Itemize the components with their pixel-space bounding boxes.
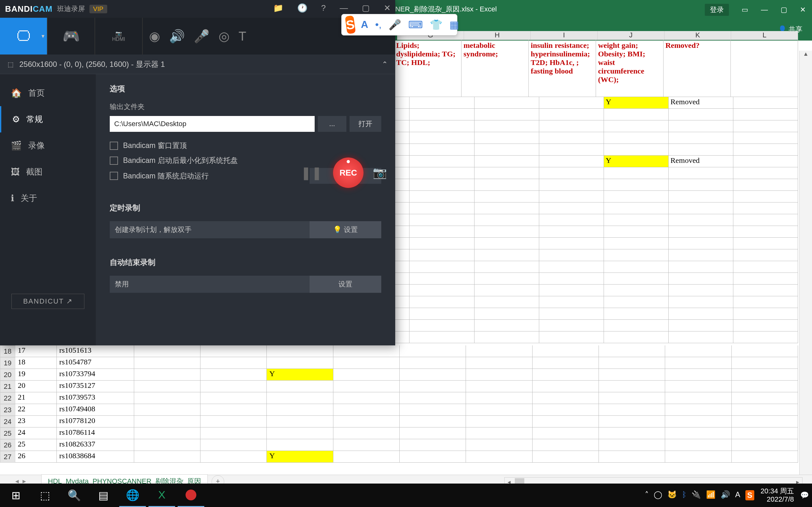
cell[interactable] — [134, 439, 200, 451]
cell[interactable] — [665, 404, 731, 416]
checkbox-run-startup[interactable]: Bandicam 随系统启动运行 — [110, 169, 209, 183]
cell[interactable] — [334, 416, 400, 428]
cell[interactable] — [604, 167, 669, 179]
cell[interactable]: rs10786114 — [57, 428, 134, 439]
row-number[interactable]: 27 — [0, 451, 15, 463]
autoend-settings-button[interactable]: 设置 — [310, 276, 381, 293]
cell[interactable] — [474, 296, 539, 308]
cell[interactable] — [400, 416, 466, 428]
cell[interactable] — [665, 451, 731, 463]
cell[interactable] — [599, 428, 665, 439]
cell[interactable] — [334, 381, 400, 392]
cell[interactable] — [665, 369, 731, 381]
cell[interactable] — [669, 120, 733, 132]
cell[interactable] — [733, 97, 798, 109]
cell[interactable] — [604, 331, 669, 343]
close-icon[interactable]: ✕ — [800, 6, 806, 14]
cell[interactable] — [604, 249, 669, 261]
cell[interactable] — [539, 167, 604, 179]
row-number[interactable]: 19 — [0, 357, 15, 369]
bandicam-titlebar[interactable]: BANDICAM 班迪录屏 VIP 📁 🕐 ? — ▢ ✕ — [0, 0, 395, 18]
cell[interactable] — [599, 404, 665, 416]
cell[interactable]: Y — [267, 369, 333, 381]
sogou-ime-bar[interactable]: S A •, 🎤 ⌨ 👕 ▦ — [341, 14, 457, 36]
cell[interactable] — [409, 214, 474, 226]
cell[interactable] — [733, 226, 798, 238]
tray-wifi-icon[interactable]: 📶 — [706, 490, 716, 500]
cell[interactable] — [200, 369, 267, 381]
folder-icon[interactable]: 📁 — [273, 3, 283, 13]
cell[interactable] — [669, 249, 733, 261]
cell[interactable] — [409, 120, 474, 132]
sidebar-item-about[interactable]: ℹ关于 — [0, 185, 96, 211]
cell[interactable] — [539, 296, 604, 308]
help-icon[interactable]: ? — [321, 3, 326, 13]
cell[interactable] — [539, 156, 604, 167]
header-i[interactable]: insulin resistance; hyperinsulinemia; T2… — [529, 40, 596, 97]
taskbar-clock[interactable]: 20:34 周五 2022/7/8 — [761, 487, 794, 504]
cell[interactable] — [267, 428, 333, 439]
cell[interactable] — [539, 308, 604, 320]
cell[interactable] — [732, 345, 798, 357]
cell[interactable] — [732, 404, 798, 416]
cell[interactable] — [474, 179, 539, 191]
cell[interactable] — [395, 191, 409, 203]
cell[interactable] — [466, 357, 532, 369]
maximize-icon[interactable]: ▢ — [362, 3, 370, 13]
cell[interactable] — [669, 285, 733, 296]
cell[interactable] — [474, 238, 539, 249]
cell[interactable] — [466, 439, 532, 451]
cell[interactable] — [539, 203, 604, 214]
cell[interactable]: 18 — [15, 357, 57, 369]
cell[interactable] — [669, 320, 733, 331]
chrome-button[interactable]: 🌐 — [119, 484, 146, 507]
taskbar-app-1[interactable]: ⬚ — [32, 484, 58, 507]
cell[interactable]: rs10735127 — [57, 381, 134, 392]
cell[interactable] — [733, 238, 798, 249]
cell[interactable] — [599, 357, 665, 369]
row-number[interactable]: 23 — [0, 404, 15, 416]
cell[interactable]: rs10739573 — [57, 392, 134, 404]
cell[interactable] — [599, 439, 665, 451]
col-h[interactable]: H — [464, 31, 531, 40]
tray-ime-a-icon[interactable]: A — [735, 490, 740, 500]
cell[interactable] — [539, 120, 604, 132]
open-folder-button[interactable]: 打开 — [350, 116, 381, 132]
cell[interactable] — [539, 238, 604, 249]
cell[interactable] — [200, 404, 267, 416]
cell[interactable] — [395, 308, 409, 320]
cell[interactable]: 22 — [15, 404, 57, 416]
cell[interactable] — [733, 156, 798, 167]
cell[interactable] — [267, 416, 333, 428]
sidebar-item-home[interactable]: 🏠首页 — [0, 80, 96, 106]
display-info-bar[interactable]: ⬚ 2560x1600 - (0, 0), (2560, 1600) - 显示器… — [0, 55, 395, 74]
cell[interactable] — [466, 345, 532, 357]
cell[interactable] — [669, 273, 733, 285]
cell[interactable] — [409, 331, 474, 343]
cell[interactable] — [474, 203, 539, 214]
cell[interactable] — [732, 428, 798, 439]
cell[interactable] — [669, 296, 733, 308]
cell[interactable]: 26 — [15, 451, 57, 463]
cell[interactable] — [334, 392, 400, 404]
cell[interactable] — [466, 381, 532, 392]
cell[interactable] — [409, 296, 474, 308]
ime-punct-icon[interactable]: •, — [375, 19, 382, 31]
cell[interactable] — [474, 249, 539, 261]
cell[interactable] — [334, 357, 400, 369]
cell[interactable] — [604, 308, 669, 320]
tray-sogou-icon[interactable]: S — [745, 490, 754, 500]
cell[interactable] — [733, 144, 798, 156]
system-tray[interactable]: ˄ ◯ 🐱 ᛒ 🔌 📶 🔊 A S — [645, 490, 754, 500]
screenshot-button[interactable]: 📷 — [373, 166, 387, 179]
ime-skin-icon[interactable]: 👕 — [430, 19, 443, 31]
game-mode-tab[interactable]: 🎮 — [48, 18, 95, 55]
cell[interactable] — [134, 392, 200, 404]
cell[interactable] — [539, 331, 604, 343]
cell[interactable] — [409, 249, 474, 261]
cell[interactable] — [733, 120, 798, 132]
cell[interactable]: 17 — [15, 345, 57, 357]
cell[interactable] — [409, 97, 474, 109]
excel-login-button[interactable]: 登录 — [705, 4, 729, 16]
cell[interactable] — [474, 120, 539, 132]
